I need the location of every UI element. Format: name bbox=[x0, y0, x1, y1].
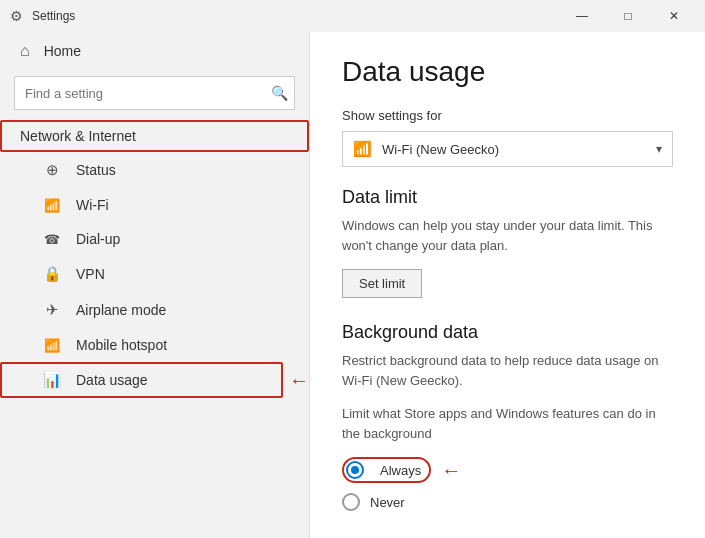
sidebar: ⌂ Home 🔍 Network & Internet ⊕ Status 📶 W… bbox=[0, 32, 310, 538]
sidebar-item-dialup[interactable]: ☎ Dial-up bbox=[0, 222, 309, 256]
data-limit-desc: Windows can help you stay under your dat… bbox=[342, 216, 673, 255]
close-button[interactable]: ✕ bbox=[651, 0, 697, 32]
network-internet-section[interactable]: Network & Internet bbox=[0, 120, 309, 152]
wifi-dropdown-icon: 📶 bbox=[353, 140, 372, 158]
sidebar-item-home[interactable]: ⌂ Home bbox=[0, 32, 309, 70]
page-title: Data usage bbox=[342, 56, 673, 88]
annotation-arrow: ← bbox=[289, 369, 309, 392]
always-outline: Always bbox=[342, 457, 431, 483]
radio-never-label: Never bbox=[370, 495, 405, 510]
sidebar-item-vpn[interactable]: 🔒 VPN bbox=[0, 256, 309, 292]
radio-never-circle bbox=[342, 493, 360, 511]
home-label: Home bbox=[44, 43, 81, 59]
network-dropdown[interactable]: 📶 Wi-Fi (New Geecko) ▾ bbox=[342, 131, 673, 167]
hotspot-label: Mobile hotspot bbox=[76, 337, 167, 353]
sidebar-item-status[interactable]: ⊕ Status bbox=[0, 152, 309, 188]
radio-never[interactable]: Never bbox=[342, 493, 673, 511]
set-limit-button[interactable]: Set limit bbox=[342, 269, 422, 298]
sidebar-item-hotspot[interactable]: 📶 Mobile hotspot bbox=[0, 328, 309, 362]
search-icon: 🔍 bbox=[271, 85, 288, 101]
background-data-title: Background data bbox=[342, 322, 673, 343]
datausage-label: Data usage bbox=[76, 372, 148, 388]
data-usage-row: 📊 Data usage ← bbox=[0, 362, 309, 398]
wifi-label: Wi-Fi bbox=[76, 197, 109, 213]
settings-icon: ⚙ bbox=[8, 8, 24, 24]
dropdown-value: Wi-Fi (New Geecko) bbox=[382, 142, 656, 157]
hotspot-icon: 📶 bbox=[42, 338, 62, 353]
network-internet-label: Network & Internet bbox=[20, 128, 136, 144]
dialup-icon: ☎ bbox=[42, 232, 62, 247]
title-bar-controls: — □ ✕ bbox=[559, 0, 697, 32]
radio-always[interactable]: Always ← bbox=[342, 457, 673, 483]
data-limit-title: Data limit bbox=[342, 187, 673, 208]
main-container: ⌂ Home 🔍 Network & Internet ⊕ Status 📶 W… bbox=[0, 32, 705, 538]
datausage-icon: 📊 bbox=[42, 371, 62, 389]
airplane-label: Airplane mode bbox=[76, 302, 166, 318]
sidebar-item-airplane[interactable]: ✈ Airplane mode bbox=[0, 292, 309, 328]
always-arrow-annotation: ← bbox=[441, 459, 461, 482]
sidebar-item-wifi[interactable]: 📶 Wi-Fi bbox=[0, 188, 309, 222]
radio-always-circle bbox=[346, 461, 364, 479]
status-icon: ⊕ bbox=[42, 161, 62, 179]
vpn-icon: 🔒 bbox=[42, 265, 62, 283]
dialup-label: Dial-up bbox=[76, 231, 120, 247]
search-input[interactable] bbox=[15, 77, 294, 109]
background-data-desc2: Limit what Store apps and Windows featur… bbox=[342, 404, 673, 443]
airplane-icon: ✈ bbox=[42, 301, 62, 319]
chevron-down-icon: ▾ bbox=[656, 142, 662, 156]
show-settings-label: Show settings for bbox=[342, 108, 673, 123]
background-data-desc1: Restrict background data to help reduce … bbox=[342, 351, 673, 390]
background-data-radio-group: Always ← Never bbox=[342, 457, 673, 511]
status-label: Status bbox=[76, 162, 116, 178]
radio-always-label: Always bbox=[380, 463, 421, 478]
minimize-button[interactable]: — bbox=[559, 0, 605, 32]
sidebar-item-datausage[interactable]: 📊 Data usage bbox=[0, 362, 283, 398]
title-bar: ⚙ Settings — □ ✕ bbox=[0, 0, 705, 32]
home-icon: ⌂ bbox=[20, 42, 30, 60]
title-bar-text: Settings bbox=[32, 9, 559, 23]
maximize-button[interactable]: □ bbox=[605, 0, 651, 32]
wifi-icon: 📶 bbox=[42, 198, 62, 213]
search-box: 🔍 bbox=[14, 76, 295, 110]
content-area: Data usage Show settings for 📶 Wi-Fi (Ne… bbox=[310, 32, 705, 538]
background-data-section: Background data Restrict background data… bbox=[342, 322, 673, 511]
vpn-label: VPN bbox=[76, 266, 105, 282]
